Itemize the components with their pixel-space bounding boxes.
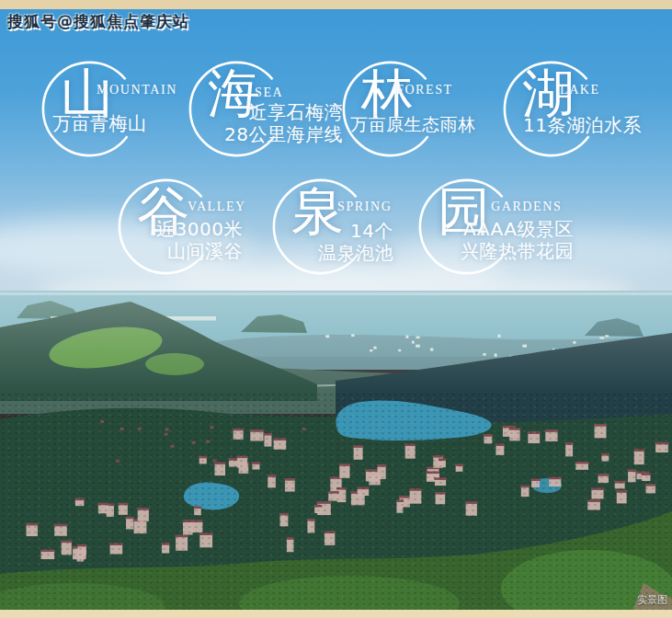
badge-description-line: 近享石梅湾 bbox=[202, 102, 343, 124]
badge-english-label: FOREST bbox=[396, 83, 453, 97]
badge-description: 14个 温泉泡池 bbox=[287, 221, 393, 264]
sea-horizon-line bbox=[0, 291, 672, 295]
badge-description-line: 温泉泡池 bbox=[287, 243, 393, 265]
badge-description: 近3000米 山间溪谷 bbox=[123, 219, 243, 262]
badge-description: AAAA级景区 兴隆热带花园 bbox=[434, 219, 574, 262]
feature-badge-sea: 海 SEA 近享石梅湾 28公里海岸线 bbox=[188, 61, 368, 169]
badge-description-line: AAAA级景区 bbox=[434, 219, 574, 241]
badge-english-label: VALLEY bbox=[188, 200, 246, 214]
sohu-account-watermark: 搜狐号@搜狐焦点肇庆站 bbox=[7, 11, 189, 32]
badge-english-label: LAKE bbox=[560, 83, 600, 97]
badge-description: 11条湖泊水系 bbox=[523, 115, 642, 137]
bottom-border-strip bbox=[0, 610, 672, 618]
sunlit-slope-small bbox=[145, 353, 204, 375]
badge-english-label: SEA bbox=[255, 86, 283, 100]
badge-description-line: 万亩原生态雨林 bbox=[350, 114, 476, 134]
badge-description: 万亩青梅山 bbox=[52, 113, 147, 135]
badge-description-line: 14个 bbox=[287, 221, 393, 243]
badge-description: 万亩原生态雨林 bbox=[350, 114, 476, 134]
feature-badge-gardens: 园 GARDENS AAAA级景区 兴隆热带花园 bbox=[418, 178, 598, 287]
badge-english-label: SPRING bbox=[337, 200, 392, 214]
badge-description-line: 兴隆热带花园 bbox=[434, 241, 574, 263]
badge-description-line: 万亩青梅山 bbox=[52, 113, 147, 135]
top-border-strip bbox=[0, 0, 672, 9]
badge-english-label: GARDENS bbox=[491, 200, 562, 214]
badge-description-line: 山间溪谷 bbox=[123, 241, 243, 263]
badge-description: 近享石梅湾 28公里海岸线 bbox=[202, 102, 343, 145]
feature-badge-valley: 谷 VALLEY 近3000米 山间溪谷 bbox=[118, 178, 297, 287]
feature-badge-lake: 湖 LAKE 11条湖泊水系 bbox=[503, 61, 672, 169]
badge-description-line: 近3000米 bbox=[123, 219, 243, 241]
badge-description-line: 28公里海岸线 bbox=[202, 124, 343, 146]
badge-description-line: 11条湖泊水系 bbox=[523, 115, 642, 137]
promo-image: 山 MOUNTAIN 万亩青梅山 海 SEA 近享石梅湾 28公里海岸线 林 F… bbox=[0, 0, 672, 618]
feature-badge-forest: 林 FOREST 万亩原生态雨林 bbox=[342, 61, 521, 169]
badge-english-label: MOUNTAIN bbox=[97, 83, 177, 97]
real-scene-watermark: 实景图 bbox=[637, 593, 667, 607]
